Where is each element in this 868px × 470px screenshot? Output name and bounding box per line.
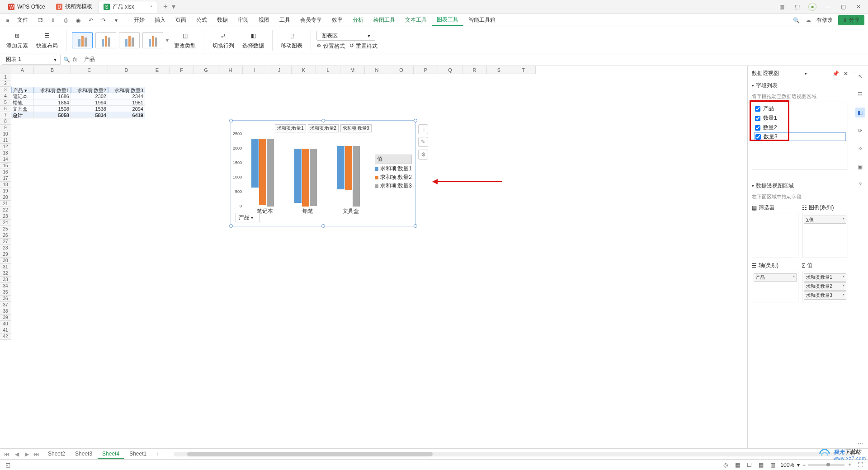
bar[interactable] [353, 146, 360, 207]
change-type-button[interactable]: ◫更改类型 [171, 30, 198, 50]
cell[interactable]: 求和项:数量1 [34, 87, 71, 93]
add-element-button[interactable]: ⊞添加元素 [4, 30, 31, 50]
cell[interactable]: 5058 [34, 112, 71, 118]
cell[interactable]: 笔记本 [11, 93, 34, 99]
area-tag[interactable]: 求和项:数量2 [804, 282, 847, 291]
row-header[interactable]: 5 [0, 99, 11, 106]
menu-tab[interactable]: 智能工具箱 [464, 14, 500, 26]
column-header[interactable]: G [194, 66, 218, 74]
cell[interactable]: 求和项:数量2 [71, 87, 108, 93]
menu-tab[interactable]: 会员专享 [296, 14, 326, 26]
column-header[interactable]: D [108, 66, 145, 74]
pin-icon[interactable]: 📌 [832, 70, 839, 77]
field-label[interactable]: 产品 [763, 105, 774, 113]
share-button[interactable]: ⇪分享 [838, 15, 864, 25]
sheet-first-icon[interactable]: ⏮ [4, 451, 10, 457]
resize-handle[interactable] [321, 119, 325, 122]
column-header[interactable]: T [511, 66, 536, 74]
pivot-pane-icon[interactable]: ◧ [855, 108, 865, 118]
hamburger-icon[interactable]: ≡ [4, 16, 12, 24]
formula-value[interactable]: 产品 [80, 56, 868, 63]
chart-elements-icon[interactable]: ⫼ [418, 124, 428, 134]
file-menu[interactable]: 文件 [14, 15, 32, 25]
row-header[interactable]: 42 [0, 334, 11, 340]
file-tab[interactable]: S 产品.xlsx • [99, 1, 157, 13]
save-icon[interactable]: 🖫 [36, 16, 44, 24]
row-header[interactable]: 39 [0, 315, 11, 321]
field-checkbox[interactable] [755, 116, 760, 121]
row-header[interactable]: 37 [0, 302, 11, 308]
name-box[interactable]: 图表 1▾ [2, 55, 61, 65]
cell[interactable]: 6419 [108, 112, 145, 118]
menu-tab[interactable]: 图表工具 [432, 14, 463, 26]
history-icon[interactable]: ✧ [855, 144, 865, 154]
row-header[interactable]: 40 [0, 321, 11, 327]
filter-drop-area[interactable] [752, 213, 798, 258]
legend-button[interactable]: 求和项:数量3 [340, 124, 371, 132]
column-header[interactable]: N [365, 66, 389, 74]
sheet-tab[interactable]: Sheet3 [71, 450, 97, 459]
cell[interactable]: 铅笔 [11, 99, 34, 106]
zoom-in-icon[interactable]: ＋ [847, 461, 853, 469]
row-header[interactable]: 7 [0, 112, 11, 118]
legend-drop-area[interactable]: ∑值 [802, 213, 849, 258]
cell[interactable]: 1981 [108, 99, 145, 106]
column-header[interactable]: J [267, 66, 292, 74]
avatar-icon[interactable]: ● [808, 3, 816, 11]
template-tab[interactable]: D 找稻壳模板 [52, 1, 97, 13]
fx-label[interactable]: fx [71, 56, 80, 63]
collapse-pane-icon[interactable]: — [852, 69, 857, 75]
app-tab[interactable]: W WPS Office [4, 1, 50, 13]
row-header[interactable]: 25 [0, 226, 11, 232]
format-icon[interactable]: ☶ [855, 89, 865, 99]
bar[interactable] [302, 149, 309, 207]
help-icon[interactable]: ? [855, 180, 865, 190]
row-header[interactable]: 33 [0, 277, 11, 283]
resize-handle[interactable] [321, 224, 325, 228]
stats-icon[interactable]: ◱ [4, 461, 12, 469]
spreadsheet-grid[interactable]: ABCDEFGHIJKLMNOPQRST 1234567891011121314… [0, 66, 748, 448]
view-break-icon[interactable]: ▤ [757, 461, 765, 469]
column-header[interactable]: A [11, 66, 34, 74]
field-item[interactable]: 产品 [754, 104, 846, 113]
select-all-corner[interactable] [0, 66, 11, 74]
more-icon[interactable]: ▾ [112, 16, 120, 24]
row-header[interactable]: 9 [0, 125, 11, 131]
field-item[interactable]: 数量1 [754, 113, 846, 123]
cell[interactable]: 1864 [34, 99, 71, 106]
menu-tab[interactable]: 开始 [129, 14, 149, 26]
cell[interactable]: 1508 [34, 106, 71, 112]
column-header[interactable]: L [316, 66, 340, 74]
legend-button[interactable]: 求和项:数量2 [308, 124, 339, 132]
chart-styles-icon[interactable]: ✎ [418, 137, 428, 147]
row-header[interactable]: 1 [0, 74, 11, 80]
field-checkbox[interactable] [755, 125, 760, 131]
bar[interactable] [310, 149, 317, 206]
column-header[interactable]: B [34, 66, 71, 74]
view-reading-icon[interactable]: ▥ [769, 461, 777, 469]
field-checkbox[interactable] [755, 134, 761, 140]
row-header[interactable]: 35 [0, 289, 11, 296]
cell[interactable]: 2094 [108, 106, 145, 112]
pivot-chart[interactable]: 求和项:数量1求和项:数量2求和项:数量3 250020001500100050… [231, 120, 416, 226]
resize-handle[interactable] [229, 119, 233, 122]
row-header[interactable]: 2 [0, 80, 11, 87]
chart-style-2[interactable] [95, 32, 116, 48]
row-header[interactable]: 23 [0, 213, 11, 220]
field-label[interactable]: 数量2 [763, 124, 777, 132]
row-header[interactable]: 14 [0, 156, 11, 163]
row-header[interactable]: 32 [0, 270, 11, 277]
row-header[interactable]: 30 [0, 258, 11, 264]
column-header[interactable]: S [487, 66, 511, 74]
bar[interactable] [294, 149, 302, 202]
row-header[interactable]: 31 [0, 264, 11, 270]
sheet-last-icon[interactable]: ⏭ [33, 451, 40, 457]
preview-icon[interactable]: ◉ [74, 16, 82, 24]
column-header[interactable]: I [243, 66, 267, 74]
column-header[interactable]: E [145, 66, 170, 74]
cell[interactable]: 2302 [71, 93, 108, 99]
menu-tab[interactable]: 数据 [212, 14, 232, 26]
row-header[interactable]: 20 [0, 194, 11, 201]
field-item[interactable]: 数量3 [754, 132, 846, 141]
menu-tab[interactable]: 绘图工具 [369, 14, 400, 26]
